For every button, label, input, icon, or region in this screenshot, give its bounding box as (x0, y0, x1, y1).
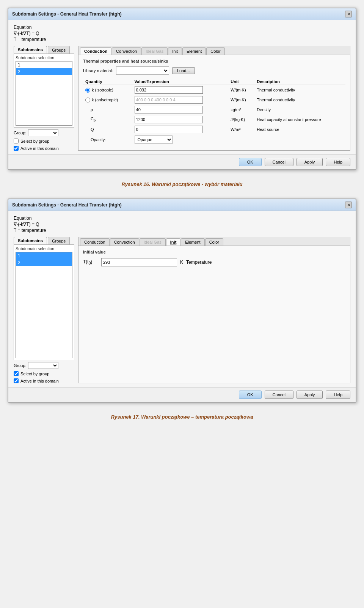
value-cell (132, 95, 229, 105)
dialog2: Subdomain Settings - General Heat Transf… (8, 198, 356, 403)
library-select-1[interactable] (116, 66, 169, 75)
dialog2-footer: OK Cancel Apply Help (8, 387, 356, 402)
value-cell (132, 85, 229, 95)
subdomain-item-2-d2[interactable]: 2 (16, 259, 72, 266)
tab-element-1[interactable]: Element (182, 47, 206, 55)
right-content-1: Thermal properties and heat sources/sink… (78, 55, 350, 149)
equation-line2-1: T = temperature (14, 37, 350, 42)
col-value-1: Value/Expression (132, 79, 229, 85)
help-button-2[interactable]: Help (326, 391, 350, 399)
select-by-group-row-1: Select by group (14, 139, 74, 143)
t0-input[interactable] (101, 258, 177, 266)
k-isotropic-label: k (isotropic) (85, 88, 130, 93)
ok-button-1[interactable]: OK (239, 158, 262, 166)
group-row-1: Group: (14, 129, 74, 136)
quantity-cell: Cp (83, 115, 132, 124)
apply-button-1[interactable]: Apply (297, 158, 323, 166)
tabs-area-2: Subdomains Groups Subdomain selection 1 … (14, 237, 350, 383)
dialog2-body: Equation ∇·(-k∇T) = Q T = temperature Su… (8, 211, 356, 387)
select-by-group-checkbox-1[interactable] (14, 139, 19, 143)
unit-cell: kg/m³ (228, 105, 254, 115)
unit-cell: W/(m·K) (228, 85, 254, 95)
dialog1-body: Equation ∇·(-k∇T) = Q T = temperature Su… (8, 20, 356, 154)
right-tabs-2: Conduction Convection Ideal Gas Init Ele… (78, 237, 350, 246)
load-button-1[interactable]: Load... (172, 67, 195, 74)
dialog1: Subdomain Settings - General Heat Transf… (8, 8, 356, 170)
table-row: Q W/m³ Heat source (83, 124, 345, 134)
value-cell (132, 124, 229, 134)
active-in-domain-row-1: Active in this domain (14, 146, 74, 151)
left-panel-2: Subdomains Groups Subdomain selection 1 … (14, 237, 74, 383)
unit-cell: W/(m·K) (228, 95, 254, 105)
cancel-button-2[interactable]: Cancel (265, 391, 293, 399)
select-by-group-checkbox-2[interactable] (14, 371, 19, 376)
tab-color-2[interactable]: Color (205, 238, 223, 246)
subdomain-label-2: Subdomain selection (16, 246, 72, 251)
value-cell: Opaque (132, 134, 345, 145)
cancel-button-1[interactable]: Cancel (265, 158, 293, 166)
subdomain-item-1-d2[interactable]: 1 (16, 252, 72, 259)
rho-input[interactable] (135, 106, 203, 113)
equation-section-1: Equation ∇·(-k∇T) = Q T = temperature (14, 25, 350, 42)
quantity-cell: Q (83, 124, 132, 134)
tab-init-1[interactable]: Init (168, 47, 182, 55)
tab-color-1[interactable]: Color (206, 47, 224, 55)
group-select-1[interactable] (28, 129, 58, 136)
k-anisotropic-label: k (anisotropic) (85, 98, 130, 102)
tab-subdomains-1[interactable]: Subdomains (14, 46, 47, 54)
quantity-cell: k (isotropic) (83, 85, 132, 95)
subdomain-item-2[interactable]: 2 (16, 68, 72, 75)
k-isotropic-radio[interactable] (85, 88, 90, 93)
tab-init-2[interactable]: Init (166, 238, 181, 246)
tab-conduction-2[interactable]: Conduction (80, 238, 110, 246)
q-input[interactable] (135, 126, 203, 133)
subdomain-box-2: Subdomain selection 1 2 (14, 244, 74, 360)
quantity-cell: Opacity: (83, 134, 132, 145)
tab-convection-2[interactable]: Convection (110, 238, 139, 246)
tab-groups-2[interactable]: Groups (48, 237, 70, 244)
tab-subdomains-2[interactable]: Subdomains (14, 237, 47, 244)
subdomain-list-1[interactable]: 1 2 (16, 61, 72, 126)
t0-desc: Temperature (186, 260, 212, 265)
t0-row: T(t0) K Temperature (83, 258, 345, 266)
ok-button-2[interactable]: OK (239, 391, 262, 399)
subdomain-box-1: Subdomain selection 1 2 (14, 54, 74, 128)
dialog1-titlebar: Subdomain Settings - General Heat Transf… (8, 8, 356, 20)
group-select-2[interactable] (28, 362, 58, 369)
subdomain-item-1[interactable]: 1 (16, 61, 72, 68)
tab-groups-1[interactable]: Groups (48, 46, 70, 54)
tab-conduction-1[interactable]: Conduction (80, 47, 111, 55)
dialog2-titlebar: Subdomain Settings - General Heat Transf… (8, 199, 356, 211)
desc-cell: Density (254, 105, 345, 115)
select-by-group-label-2: Select by group (20, 372, 49, 376)
close-button-1[interactable]: ✕ (345, 11, 352, 17)
tab-element-2[interactable]: Element (181, 238, 204, 246)
quantity-table-1: Quantity Value/Expression Unit Descripti… (83, 79, 345, 145)
left-tab-row-1: Subdomains Groups (14, 46, 74, 54)
close-button-2[interactable]: ✕ (345, 202, 352, 208)
tab-idealgas-1[interactable]: Ideal Gas (141, 47, 168, 55)
value-cell (132, 105, 229, 115)
k-isotropic-input[interactable] (135, 86, 203, 94)
right-panel-2: Conduction Convection Ideal Gas Init Ele… (78, 237, 350, 383)
quantity-cell: ρ (83, 105, 132, 115)
cp-input[interactable] (135, 116, 203, 123)
subdomain-list-2[interactable]: 1 2 (16, 252, 72, 358)
apply-button-2[interactable]: Apply (297, 391, 323, 399)
col-quantity-1: Quantity (83, 79, 132, 85)
k-anisotropic-radio[interactable] (85, 98, 90, 102)
initial-value-label: Initial value (83, 250, 345, 254)
t0-unit: K (180, 260, 183, 265)
value-cell (132, 115, 229, 124)
tab-idealgas-2[interactable]: Ideal Gas (140, 238, 166, 246)
right-content-2: Initial value T(t0) K Temperature (78, 246, 350, 270)
active-in-domain-checkbox-1[interactable] (14, 146, 19, 151)
active-in-domain-checkbox-2[interactable] (14, 378, 19, 383)
caption1: Rysunek 16. Warunki początkowe - wybór m… (8, 181, 356, 187)
k-anisotropic-input[interactable] (135, 96, 203, 104)
help-button-1[interactable]: Help (326, 158, 350, 166)
k-anisotropic-text: k (anisotropic) (92, 98, 118, 102)
opacity-select-1[interactable]: Opaque (135, 135, 173, 144)
tab-convection-1[interactable]: Convection (112, 47, 141, 55)
select-by-group-row-2: Select by group (14, 371, 74, 376)
